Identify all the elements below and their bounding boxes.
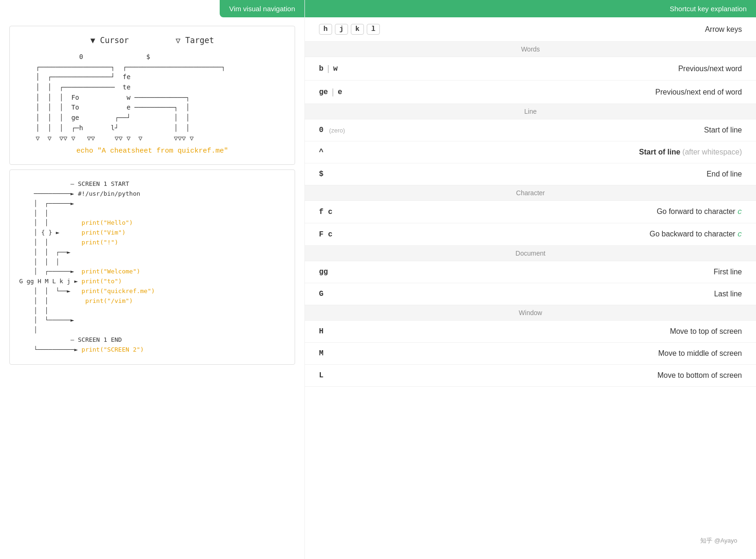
keys-bw: b | w [319, 64, 394, 74]
key-caret: ^ [319, 148, 324, 156]
key-j: j [335, 24, 348, 35]
right-title-bar: Shortcut key explanation [305, 0, 756, 17]
shortcut-row-Fc: F c Go backward to character c [305, 223, 756, 246]
key-h: h [319, 24, 332, 35]
sep-gee: | [332, 87, 334, 97]
right-panel: Shortcut key explanation h j k l Arrow k… [304, 0, 756, 559]
echo-line: echo "A cheatsheet from quickref.me" [19, 147, 285, 155]
keys-gg: gg [319, 268, 394, 276]
shortcut-row-zero: 0 (zero) Start of line [305, 119, 756, 141]
key-zero: 0 [319, 126, 324, 134]
key-w: w [333, 65, 338, 73]
desc-Fc: Go backward to character c [394, 230, 742, 239]
key-gg: gg [319, 268, 328, 276]
right-title: Shortcut key explanation [670, 5, 747, 13]
desc-zero: Start of line [394, 126, 742, 134]
shortcut-list: h j k l Arrow keys Words b | w Previous/… [305, 17, 756, 387]
keys-fc: f c [319, 208, 394, 216]
keys-caret: ^ [319, 148, 394, 156]
left-title-bar: Vim visual navigation [220, 0, 304, 17]
key-b: b [319, 65, 324, 73]
screen-diagram-section: – SCREEN 1 START ──────────► #!/usr/bin/… [9, 169, 295, 364]
key-e: e [338, 88, 342, 96]
desc-gee: Previous/next end of word [394, 88, 742, 96]
shortcut-row-bw: b | w Previous/next word [305, 57, 756, 81]
section-words: Words [305, 42, 756, 57]
cursor-label: ▼ Cursor [90, 36, 129, 45]
desc-L: Move to bottom of screen [394, 371, 742, 380]
cursor-diagram: 0 $ ┌──────────────────┐ ┌──────────────… [19, 52, 285, 143]
desc-dollar: End of line [394, 170, 742, 178]
keys-H: H [319, 327, 394, 336]
desc-G: Last line [394, 290, 742, 298]
section-document-label: Document [516, 250, 546, 257]
keys-gee: ge | e [319, 87, 394, 97]
key-H: H [319, 327, 324, 336]
shortcut-row-L: L Move to bottom of screen [305, 365, 756, 387]
shortcut-row-dollar: $ End of line [305, 163, 756, 185]
watermark: 知乎 @Ayayo [700, 537, 737, 545]
screen-pre: – SCREEN 1 START ──────────► #!/usr/bin/… [19, 179, 285, 354]
screen-diagram: – SCREEN 1 START ──────────► #!/usr/bin/… [19, 179, 285, 354]
cursor-diagram-section: ▼ Cursor ▽ Target 0 $ ┌─────────────────… [9, 26, 295, 165]
zero-label: (zero) [329, 127, 345, 134]
keys-hjkl: h j k l [319, 24, 394, 35]
shortcut-row-caret: ^ Start of line (after whitespace) [305, 141, 756, 163]
shortcut-row-G: G Last line [305, 283, 756, 305]
desc-M: Move to middle of screen [394, 349, 742, 358]
section-words-label: Words [521, 45, 540, 53]
desc-gg: First line [394, 268, 742, 276]
keys-L: L [319, 371, 394, 380]
keys-Fc: F c [319, 230, 394, 239]
diagram-pre: 0 $ ┌──────────────────┐ ┌──────────────… [24, 52, 281, 143]
key-L: L [319, 371, 324, 380]
shortcut-row-gg: gg First line [305, 261, 756, 283]
left-panel: Vim visual navigation ▼ Cursor ▽ Target … [0, 0, 304, 559]
keys-zero: 0 (zero) [319, 126, 394, 134]
desc-caret: Start of line (after whitespace) [394, 148, 742, 156]
desc-arrow-keys: Arrow keys [394, 25, 742, 34]
key-G: G [319, 290, 324, 298]
section-window-label: Window [519, 309, 542, 316]
left-title: Vim visual navigation [229, 5, 295, 13]
key-dollar: $ [319, 170, 324, 178]
desc-H: Move to top of screen [394, 327, 742, 336]
shortcut-row-M: M Move to middle of screen [305, 343, 756, 365]
section-window: Window [305, 305, 756, 321]
shortcut-row-arrows: h j k l Arrow keys [305, 17, 756, 42]
section-character: Character [305, 185, 756, 201]
section-line: Line [305, 104, 756, 119]
key-fc: f c [319, 208, 333, 216]
desc-fc: Go forward to character c [394, 207, 742, 216]
key-M: M [319, 349, 324, 358]
desc-bw: Previous/next word [394, 65, 742, 73]
keys-M: M [319, 349, 394, 358]
sep-bw: | [327, 64, 330, 74]
key-Fc: F c [319, 230, 333, 239]
section-line-label: Line [524, 108, 536, 115]
key-l: l [367, 24, 380, 35]
shortcut-row-gee: ge | e Previous/next end of word [305, 81, 756, 104]
target-label: ▽ Target [176, 36, 214, 45]
section-character-label: Character [516, 189, 545, 197]
keys-dollar: $ [319, 170, 394, 178]
section-document: Document [305, 246, 756, 261]
cursor-target-header: ▼ Cursor ▽ Target [19, 36, 285, 45]
shortcut-row-H: H Move to top of screen [305, 321, 756, 343]
key-ge: ge [319, 88, 328, 96]
shortcut-row-fc: f c Go forward to character c [305, 201, 756, 223]
keys-G: G [319, 290, 394, 298]
key-k: k [351, 24, 364, 35]
